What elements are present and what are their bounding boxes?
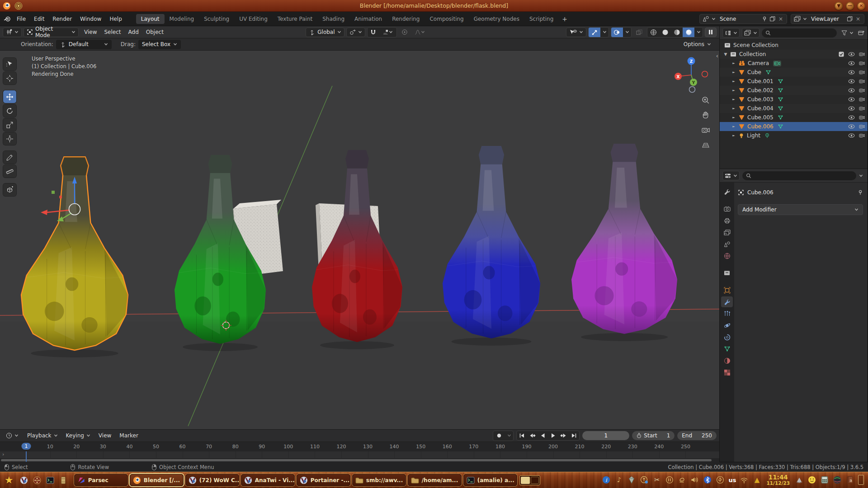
camera-visibility-icon[interactable]: [859, 133, 865, 138]
properties-tab-viewlayer[interactable]: [721, 227, 733, 238]
pin-icon[interactable]: [858, 190, 863, 195]
workspace-tab-modeling[interactable]: Modeling: [165, 14, 199, 24]
clock[interactable]: 11:44 11/12/23: [765, 474, 791, 486]
shading-wireframe-toggle[interactable]: [647, 28, 659, 37]
options-dropdown[interactable]: Options: [680, 40, 715, 49]
remove-viewlayer-icon[interactable]: ×: [855, 16, 861, 22]
properties-tab-particles[interactable]: [721, 308, 733, 319]
new-scene-icon[interactable]: [769, 16, 775, 22]
workspace-tab-sculpting[interactable]: Sculpting: [199, 14, 234, 24]
camera-visibility-icon[interactable]: [859, 52, 865, 56]
pivot-point-selector[interactable]: [346, 28, 365, 37]
eye-icon[interactable]: [848, 97, 855, 102]
timeline-editor-type-button[interactable]: [3, 431, 22, 441]
task-button-smb-awv-[interactable]: smb://awv...: [352, 474, 406, 486]
disclosure-right-icon[interactable]: ►: [731, 116, 736, 119]
tray-pause-icon[interactable]: [665, 475, 674, 484]
properties-editor-type-button[interactable]: [722, 171, 740, 180]
snap-toggle[interactable]: [368, 28, 379, 37]
workspace-tab-shading[interactable]: Shading: [317, 14, 349, 24]
menu-file[interactable]: File: [13, 14, 30, 24]
minimize-button[interactable]: —: [846, 2, 854, 10]
tool-cursor-button[interactable]: [3, 72, 16, 84]
outliner-display-mode[interactable]: [742, 28, 760, 38]
outliner-search-input[interactable]: [762, 28, 837, 38]
workspace-tab-texture-paint[interactable]: Texture Paint: [273, 14, 317, 24]
workspace-tab-compositing[interactable]: Compositing: [425, 14, 468, 24]
window-titlebar[interactable]: Blender [/home/amalie/Desktop/blender/fl…: [0, 0, 868, 12]
shading-material-toggle[interactable]: [671, 28, 683, 37]
properties-tab-physics[interactable]: [721, 320, 733, 331]
nav-perspective-button[interactable]: [700, 140, 711, 150]
transform-orientation-selector[interactable]: Global: [306, 28, 344, 37]
gizmo-options-dropdown[interactable]: [600, 28, 609, 37]
frame-end-field[interactable]: End 250: [677, 431, 717, 440]
eye-icon[interactable]: [848, 124, 855, 129]
launcher-vivaldi[interactable]: [18, 474, 30, 486]
start-menu-button[interactable]: ★: [2, 474, 16, 486]
camera-visibility-icon[interactable]: [859, 106, 865, 111]
3d-viewport[interactable]: User Perspective(1) Collection | Cube.00…: [0, 51, 719, 429]
eye-icon[interactable]: [848, 133, 855, 138]
tray-lamp-icon[interactable]: [678, 475, 687, 484]
visibility-selector[interactable]: [566, 28, 586, 37]
outliner-row-cube.006[interactable]: ►Cube.006: [720, 122, 868, 131]
scene-selector[interactable]: Scene ×: [699, 14, 787, 24]
tool-scale-button[interactable]: [3, 118, 16, 131]
overlays-options-dropdown[interactable]: [623, 28, 631, 37]
workspace-tab-geometry-nodes[interactable]: Geometry Nodes: [469, 14, 524, 24]
keyboard-layout-indicator[interactable]: us: [728, 477, 736, 483]
workspace-tab-scripting[interactable]: Scripting: [524, 14, 558, 24]
tray-music-icon[interactable]: ♪: [614, 475, 623, 484]
pause-render-button[interactable]: [705, 28, 717, 37]
pin-icon[interactable]: [762, 16, 767, 22]
sidebar-collapse-icon[interactable]: ‹: [716, 52, 718, 59]
workspace-tab-uv-editing[interactable]: UV Editing: [234, 14, 273, 24]
properties-tab-output[interactable]: [721, 215, 733, 226]
new-collection-icon[interactable]: [858, 30, 865, 36]
task-button-portainer-[interactable]: Portainer -...: [297, 474, 350, 486]
tray-volume-icon[interactable]: [690, 475, 699, 484]
frame-start-field[interactable]: Start 1: [632, 431, 675, 440]
menu-render[interactable]: Render: [48, 14, 76, 24]
eye-icon[interactable]: [848, 115, 855, 120]
current-frame-indicator[interactable]: 1: [22, 443, 31, 450]
launcher-terminal[interactable]: [44, 474, 56, 486]
current-frame-field[interactable]: 1: [582, 431, 629, 440]
viewlayer-selector[interactable]: ViewLayer ×: [791, 14, 864, 24]
properties-tab-tool[interactable]: [721, 186, 733, 197]
tray-calculator-icon[interactable]: [820, 475, 829, 484]
task-button-parsec[interactable]: Parsec: [74, 474, 128, 486]
viewport-menu-add[interactable]: Add: [125, 28, 142, 37]
timeline-menu-view[interactable]: View: [95, 431, 115, 440]
show-gizmo-toggle[interactable]: [589, 28, 600, 37]
outliner-editor-type-button[interactable]: [722, 28, 740, 38]
drag-dropdown[interactable]: Select Box: [138, 40, 181, 49]
tool-move-button[interactable]: [3, 90, 16, 103]
properties-tab-object[interactable]: [721, 285, 733, 296]
navigation-gizmo[interactable]: ZXY: [670, 55, 712, 97]
task-button-anatwi-vi-[interactable]: AnaTwi - Vi...: [241, 474, 295, 486]
tray-gem-icon[interactable]: [627, 475, 636, 484]
viewport-menu-object[interactable]: Object: [142, 28, 167, 37]
eye-icon[interactable]: [848, 88, 855, 93]
tray-scissors-icon[interactable]: ✂: [652, 475, 661, 484]
eye-icon[interactable]: [848, 70, 855, 75]
tool-annotate-button[interactable]: [3, 151, 16, 164]
tray-warning-icon[interactable]: ▲: [752, 475, 761, 484]
shade-window-button[interactable]: ▼: [835, 2, 843, 10]
properties-tab-modifiers[interactable]: [721, 296, 733, 307]
eye-icon[interactable]: [848, 52, 855, 56]
outliner-row-scene-collection[interactable]: Scene Collection: [720, 41, 868, 50]
transport-play-back-button[interactable]: [538, 431, 548, 440]
shading-solid-toggle[interactable]: [659, 28, 671, 37]
viewport-menu-select[interactable]: Select: [100, 28, 124, 37]
timeline-menu-keying[interactable]: Keying: [62, 431, 94, 440]
camera-visibility-icon[interactable]: [859, 124, 865, 129]
properties-search-input[interactable]: [742, 171, 856, 180]
menu-edit[interactable]: Edit: [30, 14, 48, 24]
workspace-tab-animation[interactable]: Animation: [349, 14, 387, 24]
outliner-row-cube.003[interactable]: ►Cube.003: [720, 95, 868, 104]
mode-selector[interactable]: Object Mode: [24, 28, 79, 37]
tray-sphere-icon[interactable]: [833, 475, 842, 484]
